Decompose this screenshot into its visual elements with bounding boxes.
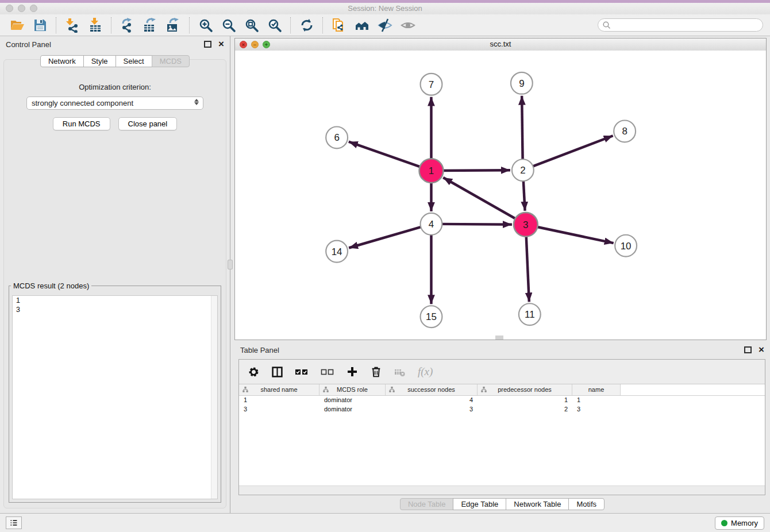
column-header-successor-nodes[interactable]: successor nodes [386, 384, 478, 395]
minimize-window-button[interactable] [18, 5, 25, 12]
graph-node-14[interactable]: 14 [326, 241, 348, 263]
create-column-button[interactable] [346, 365, 359, 378]
search-box[interactable] [598, 18, 763, 32]
graph-node-7[interactable]: 7 [421, 74, 442, 95]
panel-resize-handle[interactable] [228, 260, 233, 269]
import-network-icon [65, 18, 80, 33]
svg-text:15: 15 [426, 311, 437, 322]
list-icon [10, 518, 18, 527]
frame-minimize-button[interactable]: − [251, 41, 259, 48]
hierarchy-icon [481, 387, 487, 392]
tab-edge-table[interactable]: Edge Table [453, 498, 506, 510]
graph-node-11[interactable]: 11 [519, 303, 541, 325]
open-file-button[interactable] [9, 17, 26, 34]
search-input[interactable] [611, 20, 763, 31]
table-cell[interactable]: 1 [239, 396, 319, 405]
tab-motifs[interactable]: Motifs [568, 498, 605, 510]
duplicate-network-button[interactable] [330, 17, 348, 34]
hide-selected-button[interactable] [376, 17, 394, 34]
import-network-button[interactable] [64, 17, 81, 34]
table-cell[interactable]: 3 [386, 405, 478, 414]
frame-close-button[interactable]: × [240, 41, 247, 48]
zoom-fit-button[interactable] [243, 17, 260, 34]
zoom-window-button[interactable] [30, 5, 37, 12]
graph-node-6[interactable]: 6 [326, 126, 348, 148]
graph-edge-1-6[interactable] [349, 142, 432, 171]
result-item[interactable]: 3 [13, 305, 217, 314]
export-table-button[interactable] [142, 17, 159, 34]
close-panel-button[interactable]: Close panel [118, 117, 178, 130]
frame-maximize-button[interactable]: + [263, 41, 270, 48]
graph-node-8[interactable]: 8 [614, 121, 636, 142]
control-panel-tabs: NetworkStyleSelectMCDS [0, 55, 230, 67]
table-scrollbar-track[interactable] [239, 485, 765, 495]
graph-node-2[interactable]: 2 [512, 159, 534, 181]
table-cell[interactable]: 2 [478, 405, 572, 414]
zoom-selected-button[interactable] [266, 17, 283, 34]
vertical-resize-handle[interactable] [495, 336, 503, 340]
graph-edge-3-10[interactable] [526, 225, 614, 243]
tab-select[interactable]: Select [116, 55, 152, 67]
zoom-out-button[interactable] [220, 17, 237, 34]
float-table-panel-icon[interactable] [744, 346, 752, 353]
column-header-MCDS-role[interactable]: MCDS role [319, 384, 386, 395]
function-builder-label[interactable]: f(x) [418, 365, 433, 378]
refresh-layout-button[interactable] [298, 17, 315, 34]
table-cell[interactable]: 3 [239, 405, 319, 414]
close-panel-icon[interactable]: × [218, 40, 224, 48]
table-cell[interactable]: dominator [319, 396, 386, 405]
tab-style[interactable]: Style [83, 55, 116, 67]
table-cell[interactable]: 1 [478, 396, 572, 405]
table-row[interactable]: 1dominator411 [239, 396, 765, 405]
graph-node-1[interactable]: 1 [419, 159, 444, 183]
graph-node-4[interactable]: 4 [421, 213, 442, 235]
graph-node-10[interactable]: 10 [615, 235, 637, 257]
network-canvas[interactable]: 7968124314101511 [235, 51, 766, 340]
criterion-select[interactable]: strongly connected component [26, 97, 203, 110]
graph-edge-3-1[interactable] [443, 178, 526, 225]
column-header-name[interactable]: name [572, 384, 621, 395]
import-table-button[interactable] [87, 17, 104, 34]
run-mcds-button[interactable]: Run MCDS [53, 117, 110, 130]
select-all-columns-button[interactable] [294, 365, 309, 378]
table-cell[interactable]: 3 [572, 405, 621, 414]
export-image-button[interactable] [165, 17, 182, 34]
unselect-all-columns-button[interactable] [320, 365, 335, 378]
graph-edge-2-8[interactable] [523, 136, 613, 170]
graph-edge-4-14[interactable] [349, 224, 431, 248]
destroy-table-button[interactable] [393, 365, 406, 378]
tab-mcds[interactable]: MCDS [152, 55, 190, 67]
show-columns-button[interactable] [271, 365, 283, 378]
table-settings-button[interactable] [247, 365, 260, 378]
table-cell[interactable]: 4 [386, 396, 478, 405]
optimization-criterion-label: Optimization criterion: [4, 83, 226, 91]
home-layout-button[interactable] [353, 17, 371, 34]
save-session-button[interactable] [32, 17, 49, 34]
column-header-predecessor-nodes[interactable]: predecessor nodes [478, 384, 572, 395]
close-table-panel-icon[interactable]: × [759, 346, 764, 354]
tab-network[interactable]: Network [40, 55, 84, 67]
plus-icon [347, 367, 357, 377]
graph-node-15[interactable]: 15 [421, 306, 442, 327]
delete-column-button[interactable] [369, 365, 382, 378]
column-header-shared-name[interactable]: shared name [239, 384, 319, 395]
memory-button[interactable]: Memory [715, 516, 764, 530]
zoom-in-button[interactable] [197, 17, 214, 34]
result-scrollbar-track[interactable] [211, 296, 217, 499]
graph-edge-4-3[interactable] [431, 224, 511, 225]
window-controls [6, 5, 37, 12]
float-panel-icon[interactable] [204, 41, 211, 48]
close-window-button[interactable] [6, 5, 13, 12]
export-network-button[interactable] [119, 17, 136, 34]
tab-network-table[interactable]: Network Table [506, 498, 569, 510]
control-panel-header: Control Panel × [0, 36, 230, 52]
menu-list-button[interactable] [6, 516, 22, 529]
show-all-button[interactable] [399, 17, 417, 34]
table-cell[interactable]: dominator [319, 405, 386, 414]
table-cell[interactable]: 1 [572, 396, 621, 405]
graph-node-3[interactable]: 3 [514, 213, 538, 237]
graph-node-9[interactable]: 9 [511, 72, 533, 94]
table-row[interactable]: 3dominator323 [239, 405, 765, 414]
result-item[interactable]: 1 [13, 296, 217, 305]
tab-node-table[interactable]: Node Table [400, 498, 454, 510]
